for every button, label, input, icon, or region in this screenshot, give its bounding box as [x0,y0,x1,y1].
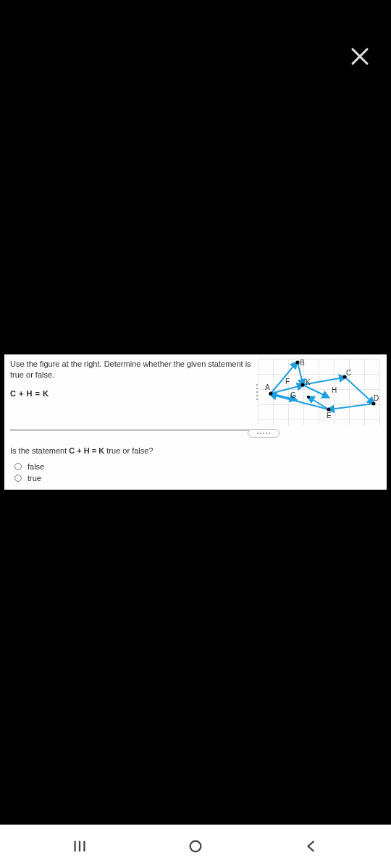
svg-point-13 [296,361,300,365]
dots-capsule[interactable] [248,429,279,438]
upper-section: Use the figure at the right. Determine w… [10,359,381,430]
svg-text:H: H [332,386,337,394]
close-button[interactable] [347,43,373,69]
home-icon [188,838,203,854]
question-text: Is the statement C + H = K true or false… [10,446,381,455]
svg-line-8 [272,395,329,409]
radio-icon [14,463,22,470]
vector-figure: A B K C D E F G H [258,359,381,425]
question-card: Use the figure at the right. Determine w… [4,354,387,490]
instruction-text: Use the figure at the right. Determine w… [10,359,252,381]
options-group: false true [10,462,381,482]
svg-point-18 [307,396,310,399]
svg-point-17 [327,408,331,412]
svg-text:K: K [306,378,311,386]
figure-column: A B K C D E F G H [258,359,381,425]
svg-text:A: A [265,383,270,391]
radio-icon [14,475,22,482]
svg-text:G: G [290,391,296,399]
svg-text:B: B [300,359,305,367]
divider [10,430,260,430]
option-label: false [28,462,44,471]
option-false[interactable]: false [14,462,381,471]
option-label: true [28,474,41,482]
svg-point-12 [269,392,273,396]
svg-point-16 [372,402,376,406]
option-true[interactable]: true [14,474,381,482]
back-button[interactable] [300,835,322,857]
equation-text: C + H = K [10,388,252,399]
svg-text:E: E [327,412,332,420]
back-icon [303,838,319,854]
close-icon [349,46,371,67]
home-button[interactable] [185,835,206,857]
svg-text:C: C [346,369,351,377]
svg-line-4 [271,386,301,393]
svg-point-31 [190,841,201,852]
recents-icon [72,838,88,854]
text-column: Use the figure at the right. Determine w… [10,359,252,425]
svg-line-10 [303,385,327,396]
svg-line-6 [345,377,372,402]
svg-point-14 [301,383,305,387]
svg-line-7 [330,404,374,409]
section-divider [10,433,381,442]
recents-button[interactable] [69,835,91,857]
svg-text:D: D [374,394,379,402]
svg-text:F: F [285,378,290,386]
android-nav-bar [0,825,391,868]
svg-line-2 [271,364,295,393]
